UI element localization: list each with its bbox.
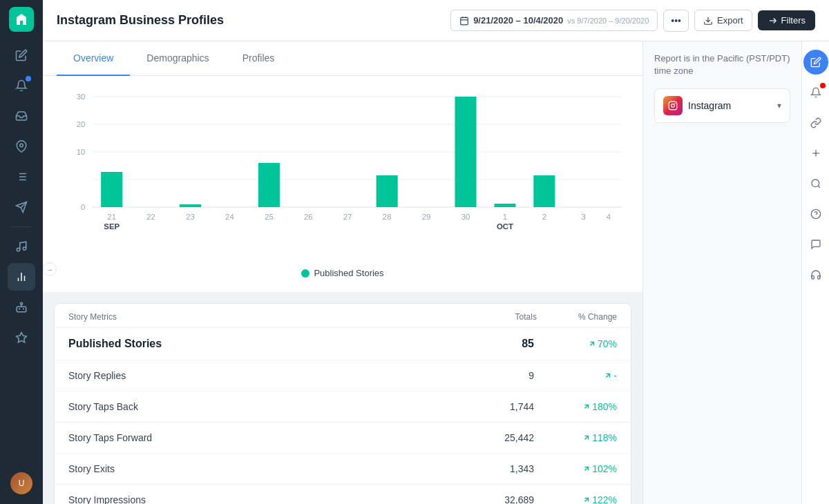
link-button[interactable] bbox=[803, 110, 828, 135]
svg-text:3: 3 bbox=[582, 213, 586, 221]
page-title: Instagram Business Profiles bbox=[57, 13, 224, 28]
svg-rect-20 bbox=[461, 17, 468, 24]
metric-row-story-replies: Story Replies 9 - bbox=[55, 360, 631, 391]
metric-name-story-exits: Story Exits bbox=[68, 463, 115, 474]
bar-sep23 bbox=[180, 204, 201, 207]
svg-text:23: 23 bbox=[186, 213, 195, 221]
sidebar: U bbox=[0, 0, 43, 504]
svg-text:1: 1 bbox=[503, 213, 507, 221]
add-button[interactable] bbox=[803, 141, 828, 166]
metric-name-story-taps-forward: Story Taps Forward bbox=[68, 432, 152, 443]
svg-point-60 bbox=[674, 103, 676, 104]
metric-total-story-taps-forward: 25,442 bbox=[479, 432, 534, 443]
svg-rect-14 bbox=[17, 307, 26, 312]
bar-sep25 bbox=[258, 163, 280, 207]
bar-oct2 bbox=[533, 175, 555, 207]
metric-row-story-taps-back: Story Taps Back 1,744 180% bbox=[55, 391, 631, 423]
right-icons-panel bbox=[801, 41, 829, 504]
sidebar-item-audio[interactable] bbox=[8, 233, 35, 260]
metric-total-story-exits: 1,343 bbox=[479, 463, 534, 474]
page-header: Instagram Business Profiles 9/21/2020 – … bbox=[43, 0, 829, 41]
metric-total-published-stories: 85 bbox=[479, 338, 534, 350]
svg-text:0: 0 bbox=[81, 203, 85, 211]
svg-text:10: 10 bbox=[77, 148, 86, 156]
sidebar-item-inbox[interactable] bbox=[8, 102, 35, 130]
export-button[interactable]: Export bbox=[694, 10, 752, 31]
totals-header: Totals bbox=[515, 312, 537, 322]
bar-sep28 bbox=[377, 175, 398, 207]
svg-point-59 bbox=[671, 104, 675, 108]
date-range-text: 9/21/2020 – 10/4/2020 bbox=[473, 15, 563, 26]
metric-row-published-stories: Published Stories 85 70% bbox=[55, 328, 631, 360]
svg-text:25: 25 bbox=[265, 213, 274, 221]
metric-change-story-impressions: 122% bbox=[562, 494, 617, 504]
metric-change-story-taps-back: 180% bbox=[562, 401, 617, 412]
metrics-table: Story Metrics Totals % Change Published … bbox=[54, 303, 631, 504]
user-avatar[interactable]: U bbox=[8, 469, 35, 497]
instagram-brand-icon bbox=[663, 96, 683, 115]
sidebar-item-pin[interactable] bbox=[8, 133, 35, 160]
svg-point-63 bbox=[812, 180, 819, 187]
instagram-account-dropdown[interactable]: Instagram ▾ bbox=[654, 88, 790, 123]
avatar-image: U bbox=[10, 472, 32, 494]
search-button[interactable] bbox=[803, 171, 828, 196]
sidebar-item-publishing[interactable] bbox=[8, 163, 35, 191]
tab-profiles[interactable]: Profiles bbox=[226, 41, 292, 76]
sidebar-collapse-button[interactable]: → bbox=[43, 262, 57, 276]
more-options-button[interactable]: ••• bbox=[663, 10, 689, 32]
notification-dot bbox=[820, 83, 826, 88]
metrics-table-header: Story Metrics Totals % Change bbox=[55, 304, 631, 328]
svg-line-64 bbox=[818, 186, 820, 188]
date-compare-text: vs 9/7/2020 – 9/20/2020 bbox=[567, 17, 649, 25]
metric-total-story-replies: 9 bbox=[479, 370, 534, 381]
tab-overview[interactable]: Overview bbox=[57, 41, 130, 76]
chart-container: 30 20 10 0 bbox=[57, 90, 629, 262]
metric-change-story-replies: - bbox=[562, 370, 617, 381]
svg-text:24: 24 bbox=[225, 213, 234, 221]
bar-chart: 30 20 10 0 bbox=[57, 90, 629, 242]
tab-demographics[interactable]: Demographics bbox=[130, 41, 225, 76]
sidebar-item-compose[interactable] bbox=[8, 41, 35, 69]
metric-total-story-impressions: 32,689 bbox=[479, 494, 534, 504]
metric-name-story-taps-back: Story Taps Back bbox=[68, 401, 138, 412]
sidebar-item-favorites[interactable] bbox=[8, 324, 35, 351]
sidebar-item-bot[interactable] bbox=[8, 293, 35, 321]
edit-button[interactable] bbox=[803, 50, 828, 75]
instagram-account-info: Instagram bbox=[663, 96, 731, 115]
svg-point-9 bbox=[17, 248, 20, 251]
legend-dot-published-stories bbox=[301, 269, 309, 278]
svg-marker-19 bbox=[17, 333, 27, 342]
svg-text:SEP: SEP bbox=[104, 222, 120, 231]
metric-row-story-exits: Story Exits 1,343 102% bbox=[55, 454, 631, 485]
metric-name-published-stories: Published Stories bbox=[68, 338, 162, 350]
help-button[interactable] bbox=[803, 202, 828, 226]
metric-row-story-taps-forward: Story Taps Forward 25,442 118% bbox=[55, 423, 631, 454]
svg-text:21: 21 bbox=[107, 213, 116, 221]
legend-label-published-stories: Published Stories bbox=[314, 268, 383, 278]
svg-text:27: 27 bbox=[343, 213, 352, 221]
svg-text:30: 30 bbox=[461, 213, 470, 221]
sidebar-item-notifications[interactable] bbox=[8, 72, 35, 99]
story-metrics-label: Story Metrics bbox=[68, 312, 117, 322]
filters-button[interactable]: Filters bbox=[758, 10, 815, 30]
svg-text:30: 30 bbox=[77, 93, 86, 101]
sidebar-item-send[interactable] bbox=[8, 193, 35, 221]
date-range-button[interactable]: 9/21/2020 – 10/4/2020 vs 9/7/2020 – 9/20… bbox=[450, 10, 658, 31]
chevron-down-icon: ▾ bbox=[777, 101, 781, 110]
headset-button[interactable] bbox=[803, 262, 828, 287]
right-panel: Report is in the Pacific (PST/PDT) time … bbox=[642, 41, 801, 504]
bar-sep21 bbox=[101, 172, 122, 207]
chart-section: 30 20 10 0 bbox=[43, 76, 642, 292]
sidebar-item-analytics[interactable] bbox=[8, 263, 35, 291]
chart-legend: Published Stories bbox=[57, 268, 629, 278]
metric-name-story-impressions: Story Impressions bbox=[68, 494, 146, 504]
app-logo[interactable] bbox=[9, 7, 34, 32]
svg-text:4: 4 bbox=[607, 213, 611, 221]
metric-name-story-replies: Story Replies bbox=[68, 370, 126, 381]
comments-button[interactable] bbox=[803, 232, 828, 257]
metric-change-story-exits: 102% bbox=[562, 463, 617, 474]
svg-text:20: 20 bbox=[77, 120, 86, 128]
header-controls: 9/21/2020 – 10/4/2020 vs 9/7/2020 – 9/20… bbox=[450, 10, 815, 32]
svg-point-0 bbox=[20, 144, 23, 147]
svg-text:29: 29 bbox=[422, 213, 431, 221]
